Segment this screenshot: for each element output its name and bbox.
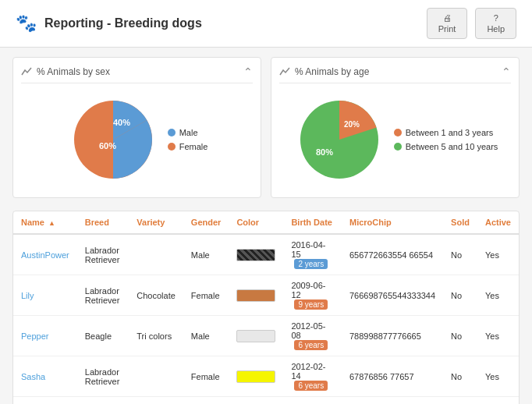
cell-gender: Female [183, 275, 229, 316]
dog-icon: 🐾 [16, 13, 37, 34]
header-actions: 🖨 Print ? Help [427, 8, 516, 39]
legend-age-1: Between 1 and 3 years [394, 128, 498, 137]
cell-active: Yes [477, 275, 519, 316]
col-active[interactable]: Active [477, 211, 519, 234]
cell-variety [129, 356, 183, 397]
age-badge: 2 years [294, 259, 328, 269]
age-badge: 6 years [294, 381, 328, 391]
cell-sold: No [443, 234, 477, 275]
table-row: PepperBeagleTri colorsMale2012-05-086 ye… [13, 316, 519, 356]
chart-by-age: % Animals by age ⌃ 80% 20% [271, 57, 520, 198]
col-gender[interactable]: Gender [183, 211, 229, 234]
cell-sold: No [443, 316, 477, 356]
chart-sex-collapse[interactable]: ⌃ [243, 66, 253, 78]
help-label: Help [487, 24, 505, 34]
chart-by-sex: % Animals by sex ⌃ 60% 40% [12, 57, 261, 198]
cell-gender: Male [183, 234, 229, 275]
cell-name: Sasha [13, 356, 77, 397]
chart-sex-body: 60% 40% Male Female [21, 90, 253, 190]
print-icon: 🖨 [443, 13, 452, 23]
age-badge: 9 years [294, 299, 328, 310]
cell-microchip: 766698765544333344 [342, 275, 443, 316]
cell-microchip: 766678875433300987 [342, 397, 443, 405]
cell-active: Yes [477, 356, 519, 397]
svg-text:60%: 60% [99, 141, 116, 151]
cell-birthdate: 2012-05-086 years [283, 316, 342, 356]
name-link[interactable]: Pepper [21, 331, 48, 341]
page-title: Reporting - Breeding dogs [44, 16, 202, 30]
col-breed[interactable]: Breed [77, 211, 129, 234]
cell-active: Yes [477, 234, 519, 275]
cell-breed: Beagle [77, 316, 129, 356]
chart-age-legend: Between 1 and 3 years Between 5 and 10 y… [394, 128, 498, 151]
birthdate-text: 2016-04-15 [291, 240, 325, 259]
trend-icon-age [279, 66, 290, 77]
table-header-row: Name ▲ Breed Variety Gender Color Birth … [13, 211, 519, 234]
print-button[interactable]: 🖨 Print [427, 8, 468, 39]
chart-sex-header: % Animals by sex ⌃ [21, 66, 253, 83]
table-row: SashaLabrador RetrieverFemale2012-02-146… [13, 356, 519, 397]
help-button[interactable]: ? Help [475, 8, 516, 39]
col-color[interactable]: Color [229, 211, 283, 234]
cell-variety: Chocolate [129, 275, 183, 316]
cell-breed: Labrador Retriever [77, 234, 129, 275]
legend-age-2-dot [394, 143, 402, 151]
col-variety[interactable]: Variety [129, 211, 183, 234]
cell-microchip: 656772663554 66554 [342, 234, 443, 275]
trend-icon-sex [21, 66, 32, 77]
cell-birthdate: 2012-02-146 years [283, 356, 342, 397]
pie-age: 80% 20% [293, 93, 386, 186]
cell-sold: No [443, 397, 477, 405]
sort-arrow-name: ▲ [48, 219, 55, 227]
print-label: Print [438, 24, 456, 34]
cell-sold: No [443, 275, 477, 316]
legend-age-1-dot [394, 129, 402, 136]
cell-color [229, 275, 283, 316]
cell-variety: Tri colors [129, 316, 183, 356]
legend-male-dot [168, 129, 176, 136]
age-badge: 6 years [294, 340, 328, 350]
cell-name: Pepper [13, 316, 77, 356]
cell-sold: No [443, 356, 477, 397]
col-sold[interactable]: Sold [443, 211, 477, 234]
name-link[interactable]: Lily [21, 291, 34, 300]
table-row: LilyLabrador RetrieverChocolateFemale200… [13, 275, 519, 316]
chart-age-collapse[interactable]: ⌃ [502, 66, 511, 78]
data-table-section: Name ▲ Breed Variety Gender Color Birth … [12, 211, 520, 404]
svg-text:80%: 80% [316, 147, 333, 157]
cell-birthdate: 2009-06-129 years [283, 275, 342, 316]
legend-male: Male [168, 128, 208, 137]
legend-female-dot [168, 143, 176, 151]
birthdate-text: 2009-06-12 [291, 281, 325, 299]
birthdate-text: 2012-05-08 [291, 321, 325, 340]
help-icon: ? [494, 13, 498, 23]
cell-birthdate: 2016-04-152 years [283, 234, 342, 275]
birthdate-text: 2012-02-14 [291, 362, 325, 381]
cell-active: Yes [477, 397, 519, 405]
cell-variety: Tri colors [129, 397, 183, 405]
cell-color [229, 397, 283, 405]
legend-female: Female [168, 142, 208, 151]
name-link[interactable]: Sasha [21, 372, 45, 381]
header-left: 🐾 Reporting - Breeding dogs [16, 13, 202, 34]
charts-row: % Animals by sex ⌃ 60% 40% [12, 57, 520, 198]
color-swatch [236, 249, 275, 261]
chart-sex-title: % Animals by sex [21, 66, 110, 77]
cell-breed: Labrador Retriever [77, 275, 129, 316]
chart-age-title: % Animals by age [279, 66, 369, 77]
col-microchip[interactable]: MicroChip [342, 211, 443, 234]
chart-age-header: % Animals by age ⌃ [279, 66, 511, 83]
chart-sex-legend: Male Female [168, 128, 208, 151]
col-birthdate[interactable]: Birth Date [283, 211, 342, 234]
color-swatch [236, 330, 275, 342]
svg-text:20%: 20% [344, 120, 360, 129]
cell-name: Lily [13, 275, 77, 316]
cell-gender: Female [183, 356, 229, 397]
cell-gender: Female [183, 397, 229, 405]
cell-gender: Male [183, 316, 229, 356]
cell-microchip: 788998877776665 [342, 316, 443, 356]
chart-age-body: 80% 20% Between 1 and 3 years Between 5 … [279, 90, 511, 190]
cell-name: AustinPower [13, 234, 77, 275]
name-link[interactable]: AustinPower [21, 250, 69, 260]
col-name[interactable]: Name ▲ [13, 211, 77, 234]
